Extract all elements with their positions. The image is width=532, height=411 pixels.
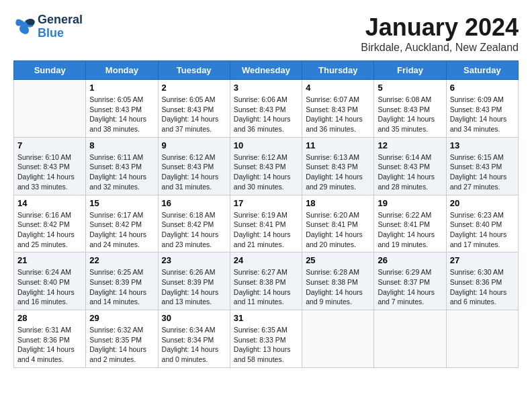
day-number: 26	[378, 255, 442, 265]
day-info: Sunrise: 6:19 AM Sunset: 8:41 PM Dayligh…	[234, 210, 298, 250]
calendar-day-cell: 8Sunrise: 6:11 AM Sunset: 8:43 PM Daylig…	[86, 137, 158, 195]
calendar-day-cell: 9Sunrise: 6:12 AM Sunset: 8:43 PM Daylig…	[158, 137, 230, 195]
calendar-day-cell: 19Sunrise: 6:22 AM Sunset: 8:41 PM Dayli…	[374, 195, 446, 253]
day-number: 21	[17, 255, 82, 265]
calendar-day-cell: 28Sunrise: 6:31 AM Sunset: 8:36 PM Dayli…	[14, 310, 86, 368]
day-info: Sunrise: 6:12 AM Sunset: 8:43 PM Dayligh…	[162, 152, 226, 192]
page-header: General Blue January 2024 Birkdale, Auck…	[13, 13, 519, 54]
day-info: Sunrise: 6:10 AM Sunset: 8:43 PM Dayligh…	[17, 152, 82, 192]
location: Birkdale, Auckland, New Zealand	[361, 42, 519, 54]
day-info: Sunrise: 6:31 AM Sunset: 8:36 PM Dayligh…	[17, 325, 82, 365]
logo-icon	[13, 17, 35, 36]
calendar-day-header: Monday	[86, 61, 158, 80]
day-number: 2	[162, 83, 226, 93]
calendar-day-cell: 15Sunrise: 6:17 AM Sunset: 8:42 PM Dayli…	[86, 195, 158, 253]
day-info: Sunrise: 6:11 AM Sunset: 8:43 PM Dayligh…	[89, 152, 154, 192]
calendar-day-cell: 6Sunrise: 6:09 AM Sunset: 8:43 PM Daylig…	[446, 80, 518, 138]
day-number: 13	[450, 140, 515, 150]
day-number: 14	[17, 198, 82, 208]
calendar-day-cell: 20Sunrise: 6:23 AM Sunset: 8:40 PM Dayli…	[446, 195, 518, 253]
day-number: 3	[234, 83, 298, 93]
calendar-table: SundayMondayTuesdayWednesdayThursdayFrid…	[13, 60, 519, 368]
day-number: 9	[162, 140, 226, 150]
day-number: 8	[89, 140, 154, 150]
day-number: 25	[306, 255, 370, 265]
day-number: 22	[89, 255, 154, 265]
calendar-week-row: 14Sunrise: 6:16 AM Sunset: 8:42 PM Dayli…	[14, 195, 519, 253]
day-info: Sunrise: 6:26 AM Sunset: 8:39 PM Dayligh…	[162, 267, 226, 307]
day-number: 12	[378, 140, 442, 150]
calendar-day-cell: 26Sunrise: 6:29 AM Sunset: 8:37 PM Dayli…	[374, 253, 446, 310]
day-number: 20	[450, 198, 515, 208]
day-number: 30	[162, 313, 226, 323]
day-number: 6	[450, 83, 515, 93]
day-number: 1	[89, 83, 154, 93]
day-info: Sunrise: 6:20 AM Sunset: 8:41 PM Dayligh…	[306, 210, 370, 250]
day-info: Sunrise: 6:32 AM Sunset: 8:35 PM Dayligh…	[89, 325, 154, 365]
calendar-week-row: 28Sunrise: 6:31 AM Sunset: 8:36 PM Dayli…	[14, 310, 519, 368]
day-number: 27	[450, 255, 515, 265]
logo: General Blue	[13, 13, 83, 40]
day-number: 16	[162, 198, 226, 208]
calendar-day-cell: 29Sunrise: 6:32 AM Sunset: 8:35 PM Dayli…	[86, 310, 158, 368]
day-info: Sunrise: 6:30 AM Sunset: 8:36 PM Dayligh…	[450, 267, 515, 307]
day-number: 23	[162, 255, 226, 265]
calendar-day-cell: 17Sunrise: 6:19 AM Sunset: 8:41 PM Dayli…	[230, 195, 302, 253]
day-number: 7	[17, 140, 82, 150]
day-info: Sunrise: 6:22 AM Sunset: 8:41 PM Dayligh…	[378, 210, 442, 250]
day-number: 10	[234, 140, 298, 150]
day-info: Sunrise: 6:23 AM Sunset: 8:40 PM Dayligh…	[450, 210, 515, 250]
calendar-day-cell	[302, 310, 374, 368]
calendar-day-cell: 23Sunrise: 6:26 AM Sunset: 8:39 PM Dayli…	[158, 253, 230, 310]
calendar-day-header: Saturday	[446, 61, 518, 80]
day-number: 15	[89, 198, 154, 208]
day-info: Sunrise: 6:18 AM Sunset: 8:42 PM Dayligh…	[162, 210, 226, 250]
calendar-day-cell: 21Sunrise: 6:24 AM Sunset: 8:40 PM Dayli…	[14, 253, 86, 310]
calendar-day-cell: 12Sunrise: 6:14 AM Sunset: 8:43 PM Dayli…	[374, 137, 446, 195]
day-info: Sunrise: 6:28 AM Sunset: 8:38 PM Dayligh…	[306, 267, 370, 307]
day-info: Sunrise: 6:17 AM Sunset: 8:42 PM Dayligh…	[89, 210, 154, 250]
day-info: Sunrise: 6:16 AM Sunset: 8:42 PM Dayligh…	[17, 210, 82, 250]
day-number: 17	[234, 198, 298, 208]
calendar-day-header: Friday	[374, 61, 446, 80]
day-info: Sunrise: 6:15 AM Sunset: 8:43 PM Dayligh…	[450, 152, 515, 192]
calendar-day-cell: 10Sunrise: 6:12 AM Sunset: 8:43 PM Dayli…	[230, 137, 302, 195]
day-number: 4	[306, 83, 370, 93]
title-block: January 2024 Birkdale, Auckland, New Zea…	[361, 13, 519, 54]
calendar-day-cell: 25Sunrise: 6:28 AM Sunset: 8:38 PM Dayli…	[302, 253, 374, 310]
calendar-day-cell: 27Sunrise: 6:30 AM Sunset: 8:36 PM Dayli…	[446, 253, 518, 310]
day-info: Sunrise: 6:25 AM Sunset: 8:39 PM Dayligh…	[89, 267, 154, 307]
calendar-day-cell: 31Sunrise: 6:35 AM Sunset: 8:33 PM Dayli…	[230, 310, 302, 368]
day-info: Sunrise: 6:05 AM Sunset: 8:43 PM Dayligh…	[89, 95, 154, 134]
day-info: Sunrise: 6:05 AM Sunset: 8:43 PM Dayligh…	[162, 95, 226, 134]
day-number: 31	[234, 313, 298, 323]
calendar-day-cell	[446, 310, 518, 368]
calendar-day-cell: 22Sunrise: 6:25 AM Sunset: 8:39 PM Dayli…	[86, 253, 158, 310]
calendar-day-header: Wednesday	[230, 61, 302, 80]
day-info: Sunrise: 6:27 AM Sunset: 8:38 PM Dayligh…	[234, 267, 298, 307]
day-info: Sunrise: 6:12 AM Sunset: 8:43 PM Dayligh…	[234, 152, 298, 192]
calendar-day-cell: 16Sunrise: 6:18 AM Sunset: 8:42 PM Dayli…	[158, 195, 230, 253]
calendar-day-header: Tuesday	[158, 61, 230, 80]
calendar-day-cell: 4Sunrise: 6:07 AM Sunset: 8:43 PM Daylig…	[302, 80, 374, 138]
day-info: Sunrise: 6:07 AM Sunset: 8:43 PM Dayligh…	[306, 95, 370, 134]
calendar-day-cell: 14Sunrise: 6:16 AM Sunset: 8:42 PM Dayli…	[14, 195, 86, 253]
day-number: 19	[378, 198, 442, 208]
day-info: Sunrise: 6:13 AM Sunset: 8:43 PM Dayligh…	[306, 152, 370, 192]
day-number: 5	[378, 83, 442, 93]
calendar-day-cell: 5Sunrise: 6:08 AM Sunset: 8:43 PM Daylig…	[374, 80, 446, 138]
day-info: Sunrise: 6:06 AM Sunset: 8:43 PM Dayligh…	[234, 95, 298, 134]
day-info: Sunrise: 6:09 AM Sunset: 8:43 PM Dayligh…	[450, 95, 515, 134]
calendar-week-row: 7Sunrise: 6:10 AM Sunset: 8:43 PM Daylig…	[14, 137, 519, 195]
calendar-day-cell: 7Sunrise: 6:10 AM Sunset: 8:43 PM Daylig…	[14, 137, 86, 195]
calendar-day-cell: 13Sunrise: 6:15 AM Sunset: 8:43 PM Dayli…	[446, 137, 518, 195]
calendar-day-cell: 11Sunrise: 6:13 AM Sunset: 8:43 PM Dayli…	[302, 137, 374, 195]
calendar-day-cell: 24Sunrise: 6:27 AM Sunset: 8:38 PM Dayli…	[230, 253, 302, 310]
calendar-day-cell: 3Sunrise: 6:06 AM Sunset: 8:43 PM Daylig…	[230, 80, 302, 138]
calendar-day-cell	[374, 310, 446, 368]
day-number: 11	[306, 140, 370, 150]
day-number: 24	[234, 255, 298, 265]
calendar-day-cell: 18Sunrise: 6:20 AM Sunset: 8:41 PM Dayli…	[302, 195, 374, 253]
day-info: Sunrise: 6:08 AM Sunset: 8:43 PM Dayligh…	[378, 95, 442, 134]
logo-text: General Blue	[38, 13, 83, 40]
